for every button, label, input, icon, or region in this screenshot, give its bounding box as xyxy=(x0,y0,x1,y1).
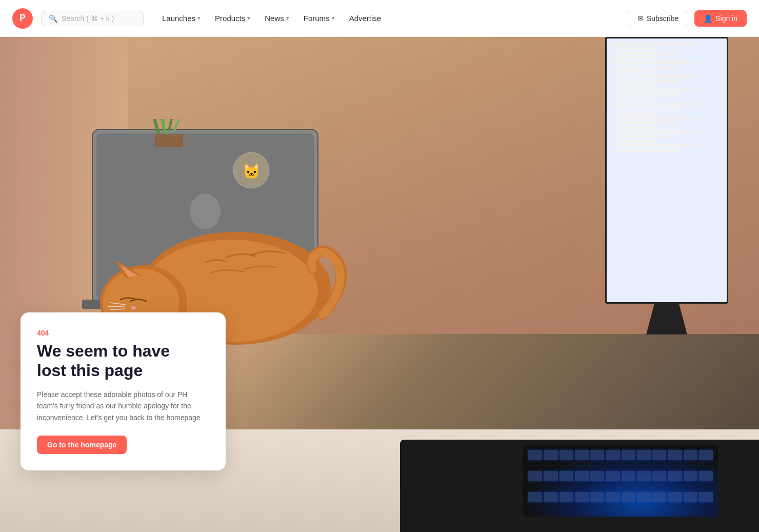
logo[interactable]: P xyxy=(12,8,33,29)
nav-products[interactable]: Products ▾ xyxy=(209,10,256,27)
go-to-homepage-button[interactable]: Go to the homepage xyxy=(37,436,127,454)
monitor xyxy=(605,37,759,334)
launches-label: Launches xyxy=(162,14,195,23)
error-card: 404 We seem to have lost this page Pleas… xyxy=(21,312,226,470)
forums-chevron: ▾ xyxy=(332,15,335,22)
subscribe-icon: ✉ xyxy=(637,14,644,23)
search-bar[interactable]: 🔍 Search ( ⌘ + k ) xyxy=(41,11,144,26)
nav-actions: ✉ Subscribe 👤 Sign in xyxy=(628,10,747,27)
keyboard-keys xyxy=(528,450,713,511)
subscribe-label: Subscribe xyxy=(647,14,678,23)
svg-line-27 xyxy=(108,306,125,307)
svg-point-20 xyxy=(131,306,136,309)
error-description: Please accept these adorable photos of o… xyxy=(37,389,209,423)
error-title-line1: We seem to have xyxy=(37,342,170,360)
svg-point-2 xyxy=(190,193,221,229)
svg-rect-13 xyxy=(155,134,183,147)
advertise-label: Advertise xyxy=(349,14,382,23)
nav-news[interactable]: News ▾ xyxy=(258,10,295,27)
forums-label: Forums xyxy=(304,14,330,23)
svg-line-11 xyxy=(174,119,182,130)
nav-links: Launches ▾ Products ▾ News ▾ Forums ▾ Ad… xyxy=(156,10,628,27)
nav-forums[interactable]: Forums ▾ xyxy=(297,10,341,27)
subscribe-button[interactable]: ✉ Subscribe xyxy=(628,10,688,27)
keyboard xyxy=(523,445,718,517)
launches-chevron: ▾ xyxy=(197,15,201,22)
svg-text:🐱: 🐱 xyxy=(243,163,261,180)
monitor-screen xyxy=(605,37,728,304)
search-icon: 🔍 xyxy=(49,14,57,23)
news-label: News xyxy=(265,14,284,23)
search-placeholder: Search ( ⌘ + k ) xyxy=(62,14,114,23)
signin-button[interactable]: 👤 Sign in xyxy=(694,10,747,27)
hero-background: epic 🐱 xyxy=(0,37,759,532)
navbar: P 🔍 Search ( ⌘ + k ) Launches ▾ Products… xyxy=(0,0,759,37)
nav-advertise[interactable]: Advertise xyxy=(343,10,388,27)
news-chevron: ▾ xyxy=(286,15,289,22)
svg-line-10 xyxy=(169,119,174,129)
monitor-stand xyxy=(646,304,687,334)
signin-icon: 👤 xyxy=(704,14,712,23)
error-title: We seem to have lost this page xyxy=(37,341,209,381)
nav-launches[interactable]: Launches ▾ xyxy=(156,10,207,27)
products-label: Products xyxy=(215,14,245,23)
signin-label: Sign in xyxy=(715,14,737,23)
homepage-button-label: Go to the homepage xyxy=(47,441,116,449)
error-code: 404 xyxy=(37,329,209,337)
products-chevron: ▾ xyxy=(247,15,250,22)
error-title-line2: lost this page xyxy=(37,361,143,380)
